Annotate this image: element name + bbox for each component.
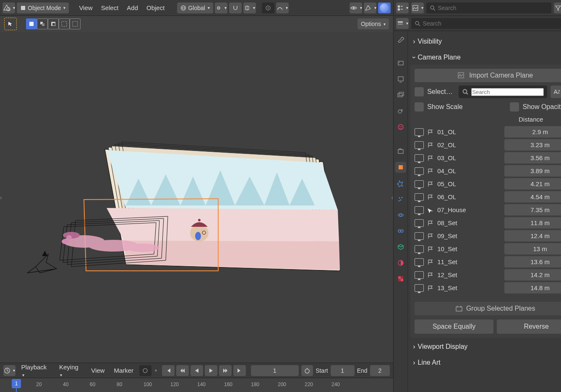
plane-row[interactable]: 08_Set11.8 m bbox=[415, 216, 561, 229]
plane-distance[interactable]: 3.56 m bbox=[504, 152, 561, 164]
monitor-icon[interactable] bbox=[415, 180, 424, 188]
plane-distance[interactable]: 2.9 m bbox=[504, 126, 561, 138]
jump-next-key[interactable] bbox=[219, 365, 232, 376]
jump-prev-key[interactable] bbox=[176, 365, 189, 376]
timeline-playback[interactable]: Playback ▾ bbox=[18, 363, 53, 378]
plane-row[interactable]: 10_Set13 m bbox=[415, 242, 561, 255]
plane-row[interactable]: 07_House7.35 m bbox=[415, 203, 561, 216]
monitor-icon[interactable] bbox=[415, 193, 424, 201]
plane-distance[interactable]: 3.23 m bbox=[504, 139, 561, 151]
panel-visibility[interactable]: ›Visibility⠿ bbox=[410, 34, 561, 49]
plane-distance[interactable]: 13.6 m bbox=[504, 256, 561, 267]
properties-editor-dropdown[interactable]: ▾ bbox=[396, 18, 409, 29]
visibility-dropdown[interactable]: ▾ bbox=[350, 3, 362, 13]
tab-material[interactable] bbox=[395, 257, 406, 268]
monitor-icon[interactable] bbox=[415, 284, 424, 292]
monitor-icon[interactable] bbox=[415, 167, 424, 175]
properties-search[interactable] bbox=[411, 18, 561, 29]
tab-scene[interactable] bbox=[395, 106, 406, 117]
end-frame[interactable]: 2 bbox=[370, 365, 390, 376]
selmode-invert[interactable] bbox=[59, 18, 70, 29]
outliner-display-mode[interactable]: ▾ bbox=[411, 3, 424, 13]
menu-view[interactable]: View bbox=[76, 4, 96, 11]
selmode-subtract[interactable] bbox=[48, 18, 59, 29]
tab-output[interactable] bbox=[395, 74, 406, 85]
plane-distance[interactable]: 11.8 m bbox=[504, 217, 561, 228]
outliner-search[interactable] bbox=[426, 3, 551, 13]
timeline-marker[interactable]: Marker bbox=[110, 367, 137, 374]
monitor-icon[interactable] bbox=[415, 219, 424, 227]
plane-distance[interactable]: 7.35 m bbox=[504, 204, 561, 215]
gizmo-dropdown[interactable]: ▾ bbox=[364, 3, 376, 13]
monitor-icon[interactable] bbox=[415, 128, 424, 136]
playhead[interactable]: 1 bbox=[12, 379, 21, 388]
tab-viewlayer[interactable] bbox=[395, 90, 406, 101]
sidebar-toggle[interactable]: ‹ bbox=[391, 194, 394, 201]
tab-constraints[interactable] bbox=[395, 226, 406, 236]
outliner-filter[interactable]: ▾ bbox=[554, 3, 561, 13]
tab-world[interactable] bbox=[395, 122, 406, 132]
reverse-button[interactable]: Reverse bbox=[497, 319, 561, 334]
panel-line-art[interactable]: ›Line Art bbox=[410, 356, 561, 370]
monitor-icon[interactable] bbox=[415, 154, 424, 162]
panel-viewport-display[interactable]: ›Viewport Display⠿ bbox=[410, 340, 561, 354]
snap-toggle[interactable] bbox=[229, 3, 242, 13]
monitor-icon[interactable] bbox=[415, 141, 424, 149]
plane-row[interactable]: 04_OL3.89 m bbox=[415, 164, 561, 177]
menu-select[interactable]: Select bbox=[98, 4, 122, 11]
timeline-ruler[interactable]: 1 20406080100120140160180200220240 bbox=[0, 378, 393, 392]
tab-data[interactable] bbox=[395, 241, 406, 252]
sort-alpha-button[interactable]: AZ bbox=[551, 86, 561, 98]
tab-object[interactable] bbox=[395, 162, 406, 173]
snap-dropdown[interactable]: ▾ bbox=[243, 3, 256, 13]
autokey-toggle[interactable] bbox=[139, 365, 151, 376]
plane-distance[interactable]: 14.8 m bbox=[504, 282, 561, 293]
plane-distance[interactable]: 4.21 m bbox=[504, 178, 561, 190]
preview-range[interactable] bbox=[301, 365, 313, 376]
selmode-intersect[interactable] bbox=[70, 18, 81, 29]
plane-distance[interactable]: 12.4 m bbox=[504, 230, 561, 241]
plane-row[interactable]: 05_OL4.21 m bbox=[415, 177, 561, 190]
monitor-icon[interactable] bbox=[415, 245, 424, 253]
proportional-edit[interactable] bbox=[262, 3, 274, 13]
monitor-icon[interactable] bbox=[415, 232, 424, 240]
plane-row[interactable]: 03_OL3.56 m bbox=[415, 151, 561, 164]
mode-dropdown[interactable]: Object Mode▾ bbox=[17, 3, 69, 13]
selmode-extend[interactable] bbox=[37, 18, 48, 29]
panel-camera-plane[interactable]: › Camera Plane⠿ bbox=[410, 50, 561, 65]
monitor-icon[interactable] bbox=[415, 206, 424, 214]
editor-type-dropdown[interactable]: ▾ bbox=[3, 3, 15, 13]
current-frame[interactable]: 1 bbox=[251, 365, 299, 376]
menu-add[interactable]: Add bbox=[123, 4, 141, 11]
outliner-editor-dropdown[interactable]: ▾ bbox=[396, 3, 409, 13]
play[interactable] bbox=[205, 365, 217, 376]
show-scale-checkbox[interactable] bbox=[415, 102, 424, 112]
tab-particles[interactable] bbox=[395, 194, 406, 205]
proportional-falloff[interactable]: ▾ bbox=[276, 3, 289, 13]
select-box-tool[interactable] bbox=[4, 18, 17, 30]
timeline-editor-dropdown[interactable]: ▾ bbox=[3, 365, 16, 376]
space-equally-button[interactable]: Space Equally bbox=[415, 319, 493, 334]
plane-row[interactable]: 11_Set13.6 m bbox=[415, 255, 561, 268]
plane-row[interactable]: 09_Set12.4 m bbox=[415, 229, 561, 242]
jump-end[interactable] bbox=[233, 365, 246, 376]
3d-viewport[interactable]: › ‹ bbox=[0, 32, 393, 363]
plane-row[interactable]: 12_Set14.2 m bbox=[415, 268, 561, 281]
monitor-icon[interactable] bbox=[415, 271, 424, 279]
monitor-icon[interactable] bbox=[415, 258, 424, 266]
jump-start[interactable] bbox=[162, 365, 175, 376]
overlay-toggle[interactable] bbox=[378, 3, 391, 13]
group-selected-button[interactable]: Group Selected Planes bbox=[415, 302, 561, 315]
pivot-dropdown[interactable]: ▾ bbox=[215, 3, 227, 13]
plane-row[interactable]: 13_Set14.8 m bbox=[415, 281, 561, 294]
plane-distance[interactable]: 4.54 m bbox=[504, 191, 561, 202]
plane-distance[interactable]: 3.89 m bbox=[504, 165, 561, 177]
show-opacity-checkbox[interactable] bbox=[510, 102, 519, 112]
options-dropdown[interactable]: Options▾ bbox=[357, 18, 389, 29]
plane-search[interactable] bbox=[459, 86, 547, 98]
plane-row[interactable]: 06_OL4.54 m bbox=[415, 190, 561, 203]
selmode-new[interactable] bbox=[26, 18, 37, 29]
plane-distance[interactable]: 14.2 m bbox=[504, 269, 561, 280]
tab-physics[interactable] bbox=[395, 210, 406, 221]
import-camera-plane-button[interactable]: Import Camera Plane bbox=[415, 69, 561, 82]
